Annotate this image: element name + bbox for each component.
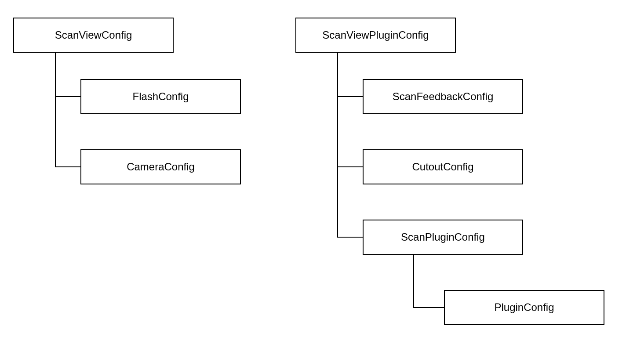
node-scanpluginconfig: ScanPluginConfig [363, 220, 523, 255]
connector [337, 96, 363, 97]
connector [337, 237, 363, 238]
node-flashconfig: FlashConfig [80, 79, 241, 114]
connector [55, 53, 56, 167]
node-label: ScanPluginConfig [401, 231, 485, 243]
node-label: ScanViewPluginConfig [322, 29, 429, 41]
node-label: CameraConfig [127, 161, 195, 173]
node-pluginconfig: PluginConfig [444, 290, 604, 325]
node-scanviewconfig: ScanViewConfig [13, 18, 174, 53]
node-label: FlashConfig [132, 90, 189, 103]
node-cameraconfig: CameraConfig [80, 149, 241, 184]
node-scanfeedbackconfig: ScanFeedbackConfig [363, 79, 523, 114]
node-label: ScanViewConfig [55, 29, 132, 41]
connector [413, 307, 444, 308]
node-label: PluginConfig [494, 301, 554, 314]
connector [55, 96, 80, 97]
node-scanviewpluginconfig: ScanViewPluginConfig [295, 18, 456, 53]
connector [337, 166, 363, 167]
connector [337, 53, 338, 237]
connector [55, 166, 80, 167]
node-label: ScanFeedbackConfig [393, 90, 493, 103]
node-label: CutoutConfig [412, 161, 473, 173]
node-cutoutconfig: CutoutConfig [363, 149, 523, 184]
connector [413, 255, 414, 307]
